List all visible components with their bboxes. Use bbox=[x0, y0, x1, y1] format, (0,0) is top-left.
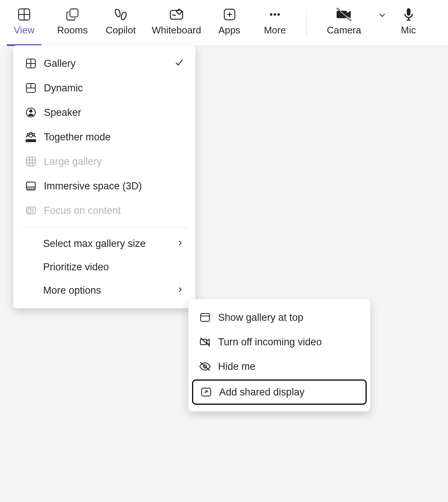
dynamic-label: Dynamic bbox=[44, 82, 83, 94]
select-max-label: Select max gallery size bbox=[43, 238, 146, 250]
submenu-item-hide-me[interactable]: Hide me bbox=[188, 354, 370, 379]
large-gallery-icon bbox=[25, 155, 37, 168]
menu-item-together[interactable]: Together mode bbox=[13, 125, 195, 149]
menu-item-immersive[interactable]: Immersive space (3D) bbox=[13, 174, 195, 198]
svg-rect-38 bbox=[201, 313, 210, 321]
menu-item-large-gallery: Large gallery bbox=[13, 149, 195, 174]
apps-button[interactable]: Apps bbox=[208, 7, 251, 46]
prioritize-label: Prioritize video bbox=[43, 261, 109, 273]
apps-label: Apps bbox=[218, 25, 240, 36]
svg-rect-3 bbox=[70, 9, 78, 17]
menu-item-more-options[interactable]: More options bbox=[13, 279, 195, 302]
add-display-icon bbox=[200, 386, 212, 398]
gallery-label: Gallery bbox=[44, 58, 76, 69]
gallery-grid-icon bbox=[25, 57, 37, 70]
camera-button[interactable]: Camera bbox=[314, 7, 374, 36]
submenu-item-show-gallery-top[interactable]: Show gallery at top bbox=[188, 305, 370, 330]
camera-off-icon bbox=[335, 6, 353, 25]
large-gallery-label: Large gallery bbox=[44, 156, 102, 167]
check-icon bbox=[174, 57, 184, 70]
menu-item-focus-content: Focus on content bbox=[13, 198, 195, 223]
camera-label: Camera bbox=[327, 25, 361, 36]
svg-point-23 bbox=[30, 110, 32, 113]
together-icon bbox=[25, 131, 37, 143]
chevron-right-icon bbox=[176, 238, 184, 250]
view-button[interactable]: View bbox=[0, 7, 48, 46]
svg-point-24 bbox=[27, 133, 29, 136]
chevron-right-icon bbox=[176, 285, 184, 296]
eye-off-icon bbox=[199, 360, 211, 373]
meeting-toolbar: View Rooms Copilot bbox=[0, 0, 448, 46]
chevron-down-icon[interactable] bbox=[377, 10, 387, 22]
dynamic-grid-icon bbox=[25, 82, 37, 94]
focus-content-icon bbox=[25, 204, 37, 217]
speaker-label: Speaker bbox=[44, 107, 81, 118]
copilot-button[interactable]: Copilot bbox=[97, 7, 145, 46]
submenu-item-add-shared-display[interactable]: Add shared display bbox=[192, 379, 367, 405]
more-options-submenu: Show gallery at top Turn off incoming vi… bbox=[188, 299, 370, 411]
more-icon bbox=[267, 7, 282, 23]
toolbar-divider bbox=[306, 10, 307, 36]
mic-label: Mic bbox=[401, 25, 416, 36]
view-dropdown: Gallery Dynamic Speaker bbox=[13, 45, 195, 308]
svg-point-10 bbox=[277, 13, 280, 16]
whiteboard-button[interactable]: Whiteboard bbox=[145, 7, 208, 46]
immersive-label: Immersive space (3D) bbox=[44, 180, 142, 192]
more-options-label: More options bbox=[43, 285, 101, 296]
gallery-top-icon bbox=[199, 311, 211, 324]
mic-button[interactable]: Mic bbox=[387, 7, 430, 46]
speaker-icon bbox=[25, 106, 37, 119]
svg-line-43 bbox=[200, 362, 210, 371]
whiteboard-icon bbox=[168, 6, 185, 24]
together-label: Together mode bbox=[44, 131, 111, 143]
svg-point-9 bbox=[274, 13, 276, 16]
copilot-icon bbox=[112, 6, 130, 25]
svg-rect-13 bbox=[407, 8, 410, 16]
show-gallery-top-label: Show gallery at top bbox=[218, 312, 303, 323]
rooms-button[interactable]: Rooms bbox=[48, 7, 97, 46]
menu-item-dynamic[interactable]: Dynamic bbox=[13, 76, 195, 100]
turn-off-incoming-label: Turn off incoming video bbox=[218, 336, 322, 348]
menu-item-gallery[interactable]: Gallery bbox=[13, 51, 195, 76]
grid-icon bbox=[17, 7, 32, 23]
more-label: More bbox=[264, 25, 286, 36]
immersive-icon bbox=[25, 180, 37, 192]
video-off-icon bbox=[199, 336, 211, 348]
menu-item-select-max[interactable]: Select max gallery size bbox=[13, 232, 195, 255]
whiteboard-label: Whiteboard bbox=[152, 25, 201, 36]
more-button[interactable]: More bbox=[251, 7, 299, 46]
add-shared-display-label: Add shared display bbox=[219, 387, 305, 398]
svg-point-8 bbox=[270, 13, 273, 16]
svg-rect-34 bbox=[28, 209, 31, 213]
svg-point-25 bbox=[30, 132, 32, 134]
hide-me-label: Hide me bbox=[218, 361, 256, 372]
mic-icon bbox=[401, 7, 416, 23]
apps-icon bbox=[223, 7, 237, 23]
copilot-label: Copilot bbox=[106, 25, 136, 36]
focus-content-label: Focus on content bbox=[44, 205, 121, 216]
menu-item-speaker[interactable]: Speaker bbox=[13, 100, 195, 125]
menu-divider bbox=[22, 227, 187, 228]
menu-item-prioritize-video[interactable]: Prioritize video bbox=[13, 255, 195, 279]
svg-point-26 bbox=[32, 133, 35, 136]
svg-rect-27 bbox=[26, 157, 35, 166]
submenu-item-turn-off-incoming[interactable]: Turn off incoming video bbox=[188, 330, 370, 354]
view-label: View bbox=[14, 25, 35, 36]
rooms-label: Rooms bbox=[57, 25, 88, 36]
rooms-icon bbox=[65, 7, 80, 23]
